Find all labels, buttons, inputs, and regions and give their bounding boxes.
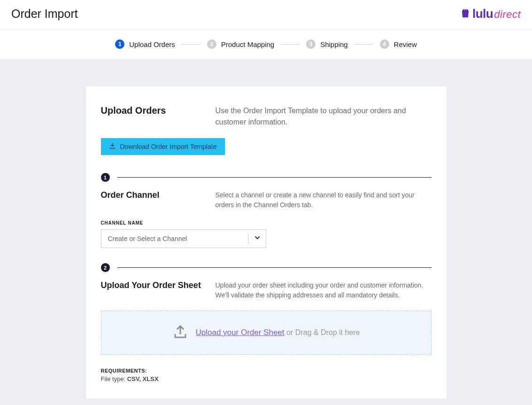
download-template-button[interactable]: Download Order Import Template — [101, 138, 225, 155]
step-separator — [182, 44, 200, 45]
divider-line — [117, 267, 432, 268]
chevron-down-icon — [254, 234, 261, 243]
step-number: 4 — [380, 39, 389, 49]
channel-select-value: Create or Select a Channel — [101, 229, 266, 248]
order-channel-description: Select a channel or create a new channel… — [216, 190, 432, 210]
upload-icon — [172, 324, 188, 341]
page-header: Order Import lulu direct — [0, 0, 532, 30]
brand-name-secondary: direct — [494, 8, 521, 21]
requirements-filetype: File type: CSV, XLSX — [101, 375, 432, 382]
upload-sheet-title: Upload Your Order Sheet — [101, 280, 204, 300]
step-separator — [281, 44, 300, 45]
step-shipping[interactable]: 3 Shipping — [306, 39, 347, 49]
order-channel-title: Order Channel — [101, 190, 204, 210]
svg-point-1 — [466, 10, 466, 10]
step-1-badge: 1 — [101, 173, 110, 182]
channel-select[interactable]: Create or Select a Channel — [101, 229, 266, 248]
brand-name-primary: lulu — [472, 7, 493, 21]
step-label: Upload Orders — [129, 40, 175, 48]
download-icon — [109, 143, 116, 150]
step-upload-orders[interactable]: 1 Upload Orders — [115, 39, 175, 49]
main-content: Upload Orders Use the Order Import Templ… — [0, 59, 532, 405]
step-review[interactable]: 4 Review — [380, 39, 417, 49]
channel-name-label: CHANNEL NAME — [101, 220, 432, 226]
step-label: Shipping — [320, 40, 347, 48]
step-number: 1 — [115, 39, 124, 49]
shopping-bag-icon — [461, 8, 470, 20]
requirements-label: REQUIREMENTS: — [101, 368, 432, 374]
file-type-value: CSV, XLSX — [127, 375, 159, 382]
step-1-divider: 1 — [101, 173, 432, 182]
file-type-label: File type: — [101, 375, 127, 382]
progress-stepper: 1 Upload Orders 2 Product Mapping 3 Ship… — [0, 30, 532, 59]
drag-drop-text: or Drag & Drop it here — [286, 328, 360, 336]
svg-point-0 — [464, 10, 464, 10]
step-label: Review — [394, 40, 417, 48]
upload-dropzone[interactable]: Upload your Order Sheet or Drag & Drop i… — [101, 311, 432, 355]
upload-orders-title: Upload Orders — [101, 105, 204, 128]
step-label: Product Mapping — [221, 40, 274, 48]
upload-sheet-description: Upload your order sheet including your o… — [216, 280, 432, 300]
brand-logo: lulu direct — [461, 7, 521, 21]
step-product-mapping[interactable]: 2 Product Mapping — [207, 39, 274, 49]
step-number: 2 — [207, 39, 216, 49]
step-2-badge: 2 — [101, 263, 110, 272]
download-template-label: Download Order Import Template — [120, 143, 217, 150]
step-2-divider: 2 — [101, 263, 432, 272]
page-title: Order Import — [11, 7, 78, 21]
upload-sheet-link[interactable]: Upload your Order Sheet — [196, 328, 285, 337]
step-separator — [355, 44, 373, 45]
divider-line — [117, 177, 432, 178]
select-separator — [248, 234, 248, 244]
step-number: 3 — [306, 39, 316, 49]
upload-orders-description: Use the Order Import Template to upload … — [216, 105, 432, 128]
upload-card: Upload Orders Use the Order Import Templ… — [86, 86, 447, 398]
